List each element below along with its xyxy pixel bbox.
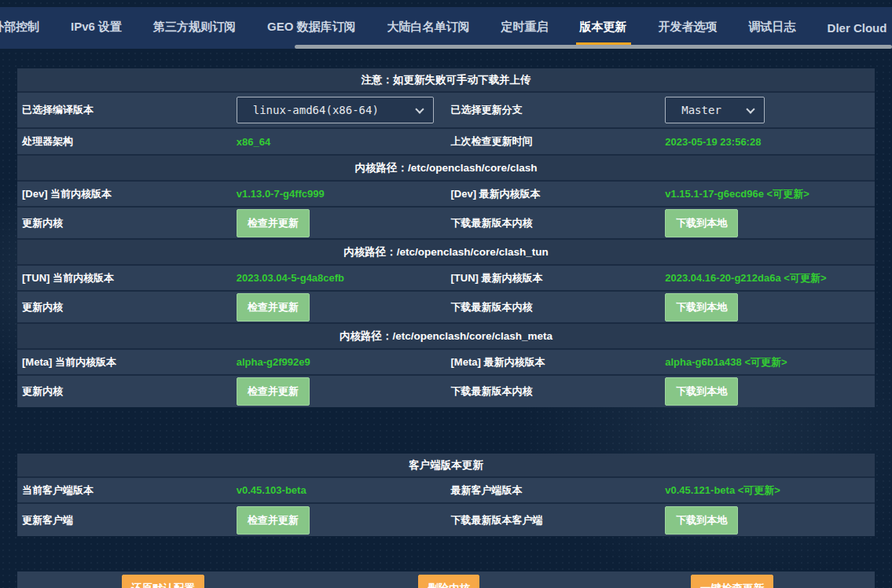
meta-action-row: 更新内核 检查并更新 下载最新版本内核 下载到本地 — [17, 376, 875, 407]
client-update-table: 客户端版本更新 当前客户端版本 v0.45.103-beta 最新客户端版本 v… — [17, 454, 875, 536]
tab-bar: 外部控制 IPv6 设置 第三方规则订阅 GEO 数据库订阅 大陆白名单订阅 定… — [0, 7, 892, 49]
architecture-value: x86_64 — [232, 136, 446, 148]
meta-download-label: 下载最新版本内核 — [446, 384, 661, 399]
dev-download-label: 下载最新版本内核 — [446, 216, 661, 230]
meta-latest-version-value: alpha-g6b1a438 <可更新> — [660, 355, 875, 369]
architecture-row: 处理器架构 x86_64 上次检查更新时间 2023-05-19 23:56:2… — [17, 129, 875, 156]
client-download-label: 下载最新版本客户端 — [446, 513, 661, 527]
dev-latest-version-label: [Dev] 最新内核版本 — [446, 187, 661, 201]
meta-current-version-label: [Meta] 当前内核版本 — [17, 355, 232, 369]
client-version-row: 当前客户端版本 v0.45.103-beta 最新客户端版本 v0.45.121… — [17, 478, 875, 504]
dev-download-local-button[interactable]: 下载到本地 — [665, 209, 738, 237]
notice-row: 注意：如更新失败可手动下载并上传 — [17, 68, 875, 93]
footer-action-bar: 还原默认配置 删除内核 一键检查更新 — [17, 571, 875, 588]
tun-version-row: [TUN] 当前内核版本 2023.03.04-5-g4a8cefb [TUN]… — [17, 266, 875, 292]
client-current-version-label: 当前客户端版本 — [17, 483, 232, 498]
compile-version-label: 已选择编译版本 — [17, 103, 232, 117]
notice-text: 注意：如更新失败可手动下载并上传 — [362, 73, 531, 87]
tun-download-label: 下载最新版本内核 — [446, 300, 661, 314]
core-path-header-tun: 内核路径：/etc/openclash/core/clash_tun — [17, 240, 875, 266]
tab-strip: 外部控制 IPv6 设置 第三方规则订阅 GEO 数据库订阅 大陆白名单订阅 定… — [0, 7, 892, 45]
tab-scheduled-restart[interactable]: 定时重启 — [497, 7, 552, 45]
compile-version-row: 已选择编译版本 linux-amd64(x86-64) 已选择更新分支 Mast… — [17, 93, 875, 129]
dev-current-version-value: v1.13.0-7-g4ffc999 — [232, 188, 446, 200]
restore-default-config-button[interactable]: 还原默认配置 — [122, 575, 204, 588]
tab-debug-log[interactable]: 调试日志 — [745, 7, 800, 45]
core-path-text: 内核路径：/etc/openclash/core/clash_tun — [343, 245, 548, 259]
tab-developer-options[interactable]: 开发者选项 — [655, 7, 721, 45]
dev-update-core-label: 更新内核 — [17, 216, 232, 230]
update-branch-select[interactable]: Master — [665, 97, 765, 123]
core-path-header-meta: 内核路径：/etc/openclash/core/clash_meta — [17, 324, 875, 350]
core-path-header-dev: 内核路径：/etc/openclash/core/clash — [17, 156, 875, 182]
client-update-label: 更新客户端 — [17, 513, 232, 527]
core-path-text: 内核路径：/etc/openclash/core/clash_meta — [340, 329, 552, 344]
dev-current-version-label: [Dev] 当前内核版本 — [17, 187, 232, 201]
tun-latest-version-value: 2023.04.16-20-g212da6a <可更新> — [660, 271, 875, 285]
tun-check-update-button[interactable]: 检查并更新 — [237, 293, 310, 322]
tab-ipv6-settings[interactable]: IPv6 设置 — [67, 7, 126, 45]
meta-update-core-label: 更新内核 — [17, 384, 232, 399]
meta-latest-version-label: [Meta] 最新内核版本 — [446, 355, 661, 369]
client-latest-version-value: v0.45.121-beta <可更新> — [660, 483, 875, 498]
dev-version-row: [Dev] 当前内核版本 v1.13.0-7-g4ffc999 [Dev] 最新… — [17, 182, 875, 208]
update-branch-label: 已选择更新分支 — [446, 103, 661, 117]
tun-latest-version-label: [TUN] 最新内核版本 — [446, 271, 661, 285]
meta-check-update-button[interactable]: 检查并更新 — [237, 377, 310, 406]
tun-current-version-label: [TUN] 当前内核版本 — [17, 271, 232, 285]
check-all-updates-button[interactable]: 一键检查更新 — [691, 575, 773, 588]
meta-current-version-value: alpha-g2f992e9 — [232, 356, 446, 368]
meta-version-row: [Meta] 当前内核版本 alpha-g2f992e9 [Meta] 最新内核… — [17, 350, 875, 376]
delete-core-button[interactable]: 删除内核 — [418, 575, 479, 588]
tab-dler-cloud[interactable]: Dler Cloud — [824, 9, 891, 45]
tun-update-core-label: 更新内核 — [17, 300, 232, 314]
compile-version-select[interactable]: linux-amd64(x86-64) — [237, 97, 434, 123]
client-check-update-button[interactable]: 检查并更新 — [237, 506, 310, 535]
tab-version-update[interactable]: 版本更新 — [576, 7, 631, 45]
last-check-time-value: 2023-05-19 23:56:28 — [660, 136, 875, 148]
core-update-table: 注意：如更新失败可手动下载并上传 已选择编译版本 linux-amd64(x86… — [17, 68, 875, 407]
tab-geo-database[interactable]: GEO 数据库订阅 — [263, 7, 360, 45]
client-download-local-button[interactable]: 下载到本地 — [665, 506, 738, 535]
client-action-row: 更新客户端 检查并更新 下载最新版本客户端 下载到本地 — [17, 504, 875, 536]
tab-china-whitelist[interactable]: 大陆白名单订阅 — [384, 7, 474, 45]
dev-check-update-button[interactable]: 检查并更新 — [237, 209, 310, 237]
meta-download-local-button[interactable]: 下载到本地 — [665, 377, 738, 406]
client-latest-version-label: 最新客户端版本 — [446, 483, 661, 498]
client-update-header: 客户端版本更新 — [17, 454, 875, 478]
dev-action-row: 更新内核 检查并更新 下载最新版本内核 下载到本地 — [17, 208, 875, 240]
tab-third-party-rules[interactable]: 第三方规则订阅 — [149, 7, 240, 45]
tab-external-control[interactable]: 外部控制 — [0, 7, 43, 45]
dev-latest-version-value: v1.15.1-17-g6ecd96e <可更新> — [660, 187, 875, 201]
tun-current-version-value: 2023.03.04-5-g4a8cefb — [232, 272, 446, 284]
tun-download-local-button[interactable]: 下载到本地 — [665, 293, 738, 322]
last-check-time-label: 上次检查更新时间 — [446, 134, 661, 149]
tabbar-horizontal-scrollbar-thumb[interactable] — [295, 45, 892, 49]
architecture-label: 处理器架构 — [17, 134, 232, 149]
client-update-header-text: 客户端版本更新 — [409, 458, 483, 472]
core-path-text: 内核路径：/etc/openclash/core/clash — [355, 161, 538, 175]
client-current-version-value: v0.45.103-beta — [232, 484, 446, 496]
tun-action-row: 更新内核 检查并更新 下载最新版本内核 下载到本地 — [17, 292, 875, 324]
